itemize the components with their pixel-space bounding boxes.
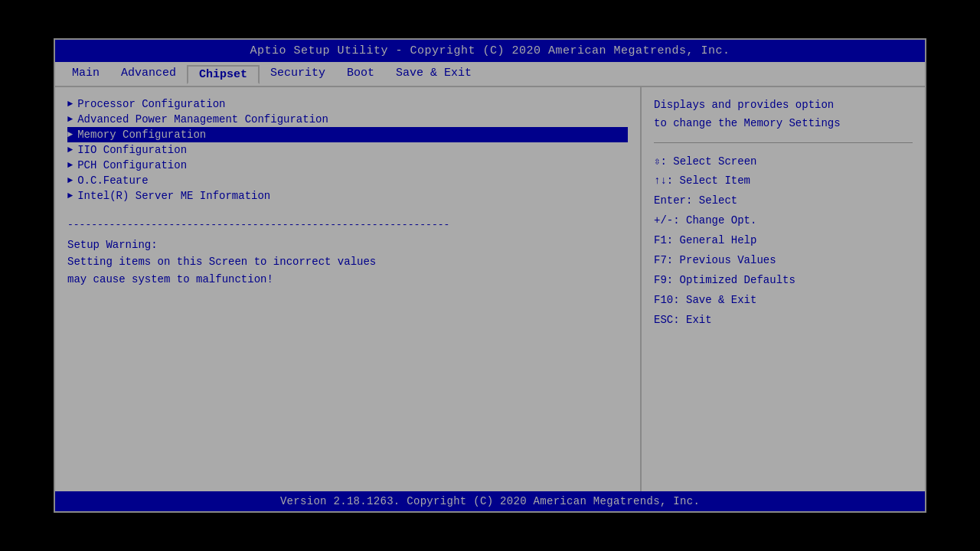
menu-item-intel-me[interactable]: ► Intel(R) Server ME Information: [67, 188, 628, 204]
nav-main[interactable]: Main: [61, 65, 110, 83]
left-panel: ► Processor Configuration ► Advanced Pow…: [55, 87, 642, 491]
key-label: Enter:: [654, 194, 692, 207]
key-label: ⇳: Select Screen: [654, 155, 756, 168]
menu-item-processor[interactable]: ► Processor Configuration: [67, 96, 628, 112]
warning-line-1: Setting items on this Screen to incorrec…: [67, 253, 628, 270]
key-change-opt: +/-: Change Opt.: [654, 211, 913, 231]
key-f9: F9: Optimized Defaults: [654, 271, 913, 291]
footer-bar: Version 2.18.1263. Copyright (C) 2020 Am…: [55, 491, 925, 511]
menu-item-label: Processor Configuration: [77, 98, 225, 110]
help-divider: [654, 142, 913, 143]
bios-window: Aptio Setup Utility - Copyright (C) 2020…: [54, 38, 926, 513]
key-label: ↑↓: Select Item: [654, 174, 750, 187]
menu-item-pch[interactable]: ► PCH Configuration: [67, 158, 628, 173]
key-select-screen: ⇳: Select Screen: [654, 152, 913, 172]
title-bar: Aptio Setup Utility - Copyright (C) 2020…: [55, 40, 925, 62]
help-description-line1: Displays and provides option: [654, 96, 913, 115]
key-label: ESC: Exit: [654, 314, 712, 326]
nav-security[interactable]: Security: [260, 65, 336, 83]
key-label: F9: Optimized Defaults: [654, 274, 795, 286]
nav-bar: Main Advanced Chipset Security Boot Save…: [55, 62, 925, 87]
menu-item-oc[interactable]: ► O.C.Feature: [67, 173, 628, 188]
arrow-icon: ►: [67, 175, 73, 186]
nav-boot[interactable]: Boot: [336, 65, 385, 83]
key-f1: F1: General Help: [654, 231, 913, 251]
key-f7: F7: Previous Values: [654, 251, 913, 271]
key-label: +/-: Change Opt.: [654, 214, 756, 227]
key-f10: F10: Save & Exit: [654, 291, 913, 311]
key-select-item: ↑↓: Select Item: [654, 171, 913, 191]
arrow-icon: ►: [67, 129, 73, 140]
warning-title: Setup Warning:: [67, 236, 628, 253]
menu-item-label: O.C.Feature: [77, 174, 148, 187]
menu-item-apm[interactable]: ► Advanced Power Management Configuratio…: [67, 112, 628, 127]
menu-item-label: Intel(R) Server ME Information: [77, 190, 270, 202]
warning-line-2: may cause system to malfunction!: [67, 271, 628, 288]
nav-chipset[interactable]: Chipset: [187, 65, 260, 84]
arrow-icon: ►: [67, 160, 73, 171]
menu-item-label: PCH Configuration: [77, 159, 187, 171]
menu-item-label: IIO Configuration: [77, 144, 187, 156]
key-esc: ESC: Exit: [654, 311, 913, 331]
arrow-icon: ►: [67, 114, 73, 125]
menu-item-iio[interactable]: ► IIO Configuration: [67, 142, 628, 158]
key-label: F1: General Help: [654, 234, 756, 246]
content-area: ► Processor Configuration ► Advanced Pow…: [55, 87, 925, 491]
nav-advanced[interactable]: Advanced: [110, 65, 187, 83]
arrow-icon: ►: [67, 191, 73, 201]
footer-text: Version 2.18.1263. Copyright (C) 2020 Am…: [280, 495, 700, 507]
divider: ----------------------------------------…: [67, 219, 628, 230]
right-panel: Displays and provides option to change t…: [642, 87, 925, 491]
key-enter: Enter: Select: [654, 191, 913, 211]
menu-item-label: Advanced Power Management Configuration: [77, 113, 328, 126]
title-text: Aptio Setup Utility - Copyright (C) 2020…: [250, 44, 730, 57]
menu-item-memory[interactable]: ► Memory Configuration: [67, 127, 628, 142]
nav-save-exit[interactable]: Save & Exit: [385, 65, 482, 83]
arrow-icon: ►: [67, 99, 73, 109]
key-label: F10: Save & Exit: [654, 294, 756, 306]
arrow-icon: ►: [67, 145, 73, 155]
help-description-line2: to change the Memory Settings: [654, 115, 913, 133]
key-label: F7: Previous Values: [654, 254, 776, 266]
key-action: Select: [699, 194, 737, 207]
menu-item-label: Memory Configuration: [77, 129, 206, 141]
